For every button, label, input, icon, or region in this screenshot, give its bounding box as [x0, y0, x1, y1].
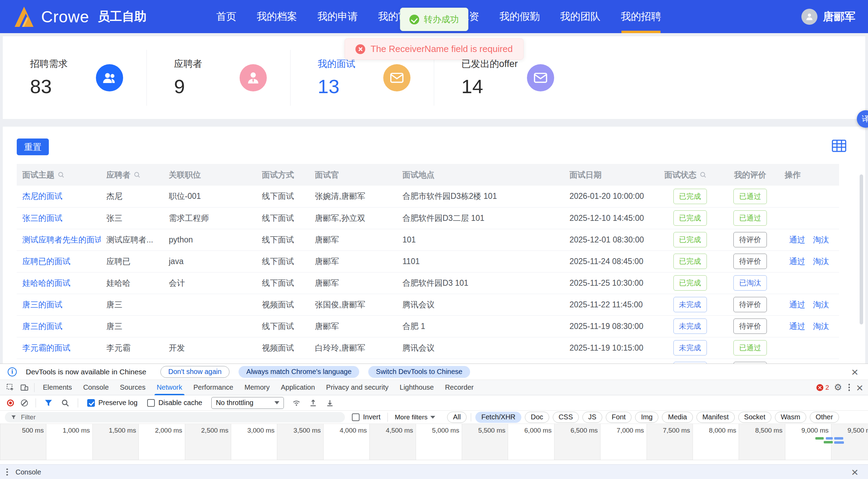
stat-card[interactable]: 应聘者9 [146, 50, 290, 106]
record-network-log-icon[interactable] [7, 399, 14, 406]
chip-img[interactable]: Img [635, 412, 658, 423]
chip-other[interactable]: Other [810, 412, 839, 423]
timeline-tick-label: 1,000 ms [46, 427, 92, 434]
pass-action-link[interactable]: 通过 [789, 235, 805, 244]
cell-interviewers: 张国俊,唐郦军 [309, 294, 397, 315]
match-language-button[interactable]: Always match Chrome's language [239, 366, 359, 378]
evaluation-badge: 已通过 [733, 340, 767, 355]
device-toolbar-icon[interactable] [17, 381, 31, 394]
tab-console[interactable]: Console [77, 380, 114, 395]
column-search-icon[interactable] [133, 171, 141, 179]
switch-chinese-button[interactable]: Switch DevTools to Chinese [368, 366, 470, 378]
export-har-icon[interactable] [323, 397, 337, 409]
eliminate-action-link[interactable]: 淘汰 [813, 300, 829, 309]
request-waterfall-bar [826, 437, 833, 440]
network-conditions-icon[interactable] [289, 397, 303, 409]
chip-fetch-xhr[interactable]: Fetch/XHR [475, 412, 521, 423]
nav-item-我的团队[interactable]: 我的团队 [560, 0, 601, 33]
pass-action-link[interactable]: 通过 [789, 257, 805, 266]
column-header-面试状态: 面试状态 [659, 164, 721, 186]
search-network-icon[interactable] [58, 397, 72, 409]
devtools-menu-icon[interactable] [847, 382, 852, 392]
reset-button[interactable]: 重置 [17, 139, 49, 155]
column-search-icon[interactable] [57, 171, 65, 179]
cell-method: 视频面试 [247, 359, 309, 364]
tab-memory[interactable]: Memory [239, 380, 275, 395]
filter-input[interactable]: Filter [5, 412, 345, 422]
nav-item-我的招聘[interactable]: 我的招聘 [621, 0, 661, 33]
interview-topic-link[interactable]: 李元霸的面试 [22, 343, 70, 352]
table-scrollbar[interactable] [860, 174, 863, 324]
network-overview-timeline[interactable]: 500 ms1,000 ms1,500 ms2,000 ms2,500 ms3,… [0, 424, 868, 460]
nav-item-我的假勤[interactable]: 我的假勤 [499, 0, 540, 33]
tab-application[interactable]: Application [275, 380, 320, 395]
disable-cache-checkbox[interactable]: Disable cache [147, 399, 202, 407]
invert-checkbox[interactable]: Invert [352, 413, 380, 421]
interview-topic-link[interactable]: 娃哈哈的面试 [22, 278, 70, 287]
eliminate-action-link[interactable]: 淘汰 [813, 235, 829, 244]
cell-location: 腾讯会议 [397, 337, 564, 359]
column-search-icon[interactable] [699, 171, 707, 179]
chip-all[interactable]: All [447, 412, 467, 423]
nav-item-首页[interactable]: 首页 [216, 0, 236, 33]
column-settings-icon[interactable] [831, 138, 847, 154]
eliminate-action-link[interactable]: 淘汰 [813, 257, 829, 266]
settings-gear-icon[interactable]: ⚙ [834, 382, 842, 393]
stat-card[interactable]: 招聘需求83 [3, 50, 147, 106]
inspect-element-icon[interactable] [3, 381, 17, 394]
pass-action-link[interactable]: 通过 [789, 322, 805, 331]
interview-topic-link[interactable]: 唐三的面试 [22, 322, 62, 331]
chip-css[interactable]: CSS [553, 412, 579, 423]
tab-privacy-and-security[interactable]: Privacy and security [320, 380, 394, 395]
tab-recorder[interactable]: Recorder [439, 380, 479, 395]
tab-lighthouse[interactable]: Lighthouse [394, 380, 439, 395]
tab-performance[interactable]: Performance [188, 380, 239, 395]
column-header-面试地点: 面试地点 [397, 164, 564, 186]
interview-topic-link[interactable]: 杰尼的面试 [22, 192, 62, 201]
import-har-icon[interactable] [306, 397, 320, 409]
cell-applicant: 李元霸 [101, 337, 163, 359]
error-count-badge[interactable]: 2 [816, 384, 829, 391]
chip-manifest[interactable]: Manifest [696, 412, 735, 423]
chip-wasm[interactable]: Wasm [775, 412, 806, 423]
tab-sources[interactable]: Sources [114, 380, 151, 395]
interview-topic-link[interactable]: 张三的面试 [22, 214, 62, 223]
chip-js[interactable]: JS [582, 412, 602, 423]
banner-close-icon[interactable]: × [851, 366, 858, 378]
cell-applicant: 唐三 [101, 294, 163, 315]
cell-topic: 唐三的面试 [17, 294, 101, 315]
devtools-close-icon[interactable]: × [856, 382, 863, 394]
eliminate-action-link[interactable]: 淘汰 [813, 322, 829, 331]
dont-show-again-button[interactable]: Don't show again [160, 366, 230, 378]
nav-item-我的档案[interactable]: 我的档案 [257, 0, 297, 33]
drawer-menu-icon[interactable] [5, 467, 9, 477]
cell-status: 已完成 [659, 229, 721, 250]
tab-elements[interactable]: Elements [37, 380, 77, 395]
tab-network[interactable]: Network [151, 380, 188, 395]
preserve-log-checkbox[interactable]: Preserve log [87, 399, 137, 407]
more-filters-button[interactable]: More filters [395, 413, 435, 421]
console-drawer-tab[interactable]: Console [16, 468, 41, 476]
column-header-我的评价: 我的评价 [721, 164, 779, 186]
cell-date: 2025-11-22 11:45:00 [564, 294, 659, 315]
timeline-tick-label: 6,500 ms [554, 427, 600, 434]
chip-doc[interactable]: Doc [525, 412, 549, 423]
filter-funnel-icon[interactable] [41, 397, 55, 409]
timeline-tick-label: 3,000 ms [231, 427, 277, 434]
column-header-label: 面试日期 [569, 170, 602, 180]
user-menu[interactable]: 唐郦军 [801, 0, 855, 33]
timeline-tick-label: 9,500 ms [831, 427, 868, 434]
cell-applicant: 张三 [101, 207, 163, 229]
cell-applicant: 测试应聘者... [101, 229, 163, 250]
clear-network-log-icon[interactable] [21, 399, 28, 406]
interview-topic-link[interactable]: 唐三的面试 [22, 300, 62, 309]
nav-item-我的申请[interactable]: 我的申请 [317, 0, 358, 33]
drawer-close-icon[interactable]: × [851, 466, 858, 478]
chip-socket[interactable]: Socket [738, 412, 771, 423]
interview-topic-link[interactable]: 应聘已的面试 [22, 257, 70, 266]
chip-font[interactable]: Font [606, 412, 632, 423]
throttling-select[interactable]: No throttling [211, 397, 284, 409]
interview-topic-link[interactable]: 测试应聘者先生的面试 [22, 235, 101, 244]
pass-action-link[interactable]: 通过 [789, 300, 805, 309]
chip-media[interactable]: Media [662, 412, 693, 423]
